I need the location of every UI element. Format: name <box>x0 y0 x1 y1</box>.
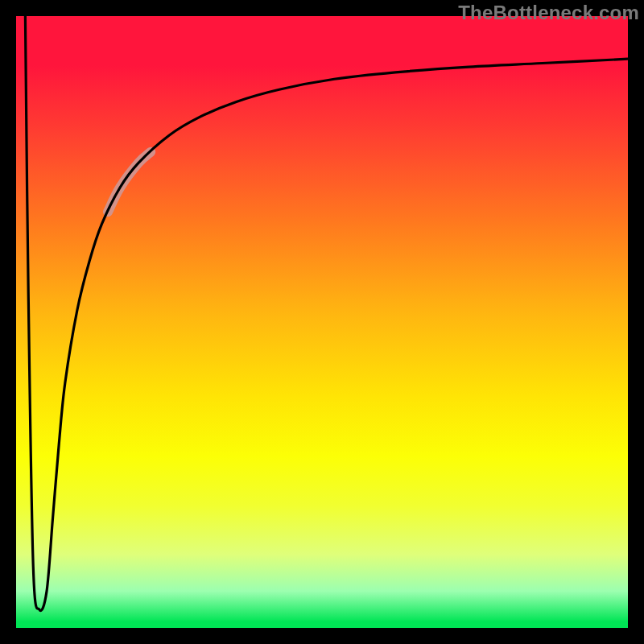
highlight-segment <box>108 152 151 212</box>
chart-frame: TheBottleneck.com <box>0 0 644 644</box>
bottleneck-curve <box>25 16 628 611</box>
watermark-label: TheBottleneck.com <box>458 2 639 24</box>
plot-area <box>16 16 628 628</box>
chart-svg <box>16 16 628 628</box>
